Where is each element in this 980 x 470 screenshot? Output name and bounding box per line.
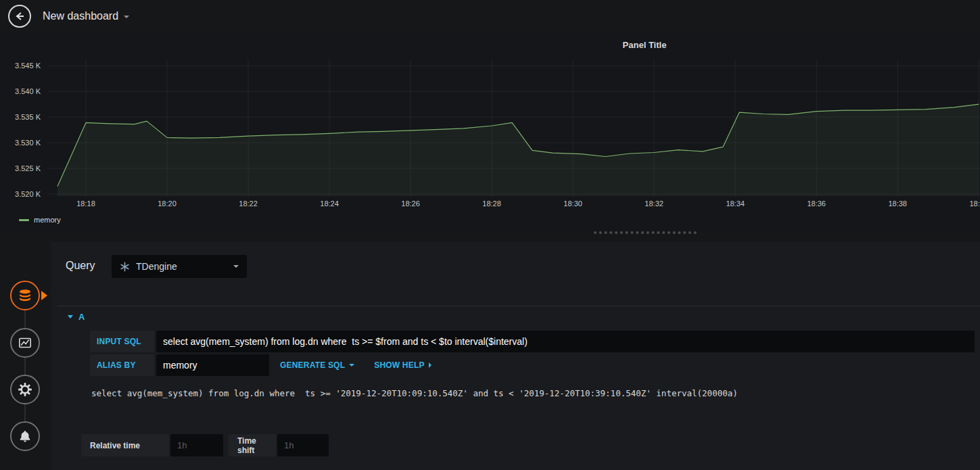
graph-panel: Panel Title 18:1818:2018:2218:2418:2618:… — [0, 32, 980, 231]
bell-icon — [18, 429, 32, 443]
svg-text:18:18: 18:18 — [76, 199, 95, 208]
svg-text:18:28: 18:28 — [482, 199, 501, 208]
alias-by-label: ALIAS BY — [90, 354, 154, 376]
database-icon — [18, 288, 32, 303]
chevron-right-icon — [429, 362, 431, 368]
input-sql-row: INPUT SQL — [90, 331, 975, 352]
sidebar-tab-queries[interactable] — [10, 281, 40, 310]
generated-sql-preview: select avg(mem_system) from log.dn where… — [91, 388, 966, 398]
relative-time-field[interactable] — [170, 434, 223, 456]
show-help-button[interactable]: SHOW HELP — [365, 354, 440, 376]
datasource-name: TDengine — [136, 261, 177, 272]
panel-resize-handle[interactable] — [594, 231, 697, 234]
time-shift-label: Time shift — [229, 434, 276, 456]
show-help-label: SHOW HELP — [374, 360, 424, 370]
svg-text:18:22: 18:22 — [239, 199, 258, 208]
svg-text:3.520 K: 3.520 K — [15, 190, 41, 198]
svg-text:18:24: 18:24 — [320, 199, 339, 208]
dashboard-title-dropdown[interactable]: New dashboard — [43, 10, 129, 22]
input-sql-label: INPUT SQL — [90, 331, 154, 352]
sidebar-tab-general[interactable] — [10, 375, 40, 404]
svg-text:18:26: 18:26 — [401, 199, 420, 208]
chevron-down-icon — [124, 16, 129, 18]
query-row-collapse-toggle[interactable]: A — [68, 312, 85, 322]
active-tab-arrow-icon — [41, 291, 47, 300]
svg-text:3.545 K: 3.545 K — [15, 62, 41, 70]
svg-text:18:40: 18:40 — [969, 199, 980, 208]
generate-sql-button[interactable]: GENERATE SQL — [271, 354, 363, 376]
tdengine-logo-icon — [120, 262, 130, 272]
generate-sql-label: GENERATE SQL — [280, 360, 345, 370]
chart-legend[interactable]: memory — [19, 216, 61, 224]
sidebar-tab-visualization[interactable] — [10, 328, 40, 358]
back-button[interactable] — [8, 5, 31, 28]
chart-icon — [18, 335, 32, 350]
chevron-down-icon — [233, 265, 239, 268]
time-shift-field[interactable] — [277, 434, 329, 456]
dashboard-title: New dashboard — [43, 10, 118, 22]
svg-text:18:20: 18:20 — [158, 199, 177, 208]
svg-text:18:38: 18:38 — [888, 199, 907, 208]
time-options-row: Relative time Time shift — [81, 434, 329, 456]
query-editor: Query TDengine A INPUT SQL ALIAS BY GENE… — [51, 242, 980, 470]
sidebar-tab-alert[interactable] — [10, 421, 40, 451]
alias-by-row: ALIAS BY GENERATE SQL SHOW HELP — [90, 354, 975, 376]
gear-icon — [18, 382, 32, 397]
arrow-left-icon — [14, 10, 26, 22]
datasource-select[interactable]: TDengine — [112, 255, 247, 278]
input-sql-field[interactable] — [156, 331, 975, 352]
section-divider — [57, 306, 980, 306]
legend-series-label[interactable]: memory — [34, 216, 61, 224]
svg-text:3.540 K: 3.540 K — [15, 87, 41, 95]
query-section-title: Query — [66, 260, 95, 272]
chevron-down-icon — [68, 315, 73, 319]
svg-text:18:34: 18:34 — [726, 199, 745, 208]
query-ref-id: A — [78, 312, 85, 322]
svg-text:18:36: 18:36 — [807, 199, 826, 208]
navbar: New dashboard — [0, 0, 980, 32]
svg-text:3.525 K: 3.525 K — [15, 164, 41, 172]
time-series-chart[interactable]: 18:1818:2018:2218:2418:2618:2818:3018:32… — [0, 32, 980, 231]
svg-text:3.530 K: 3.530 K — [15, 139, 41, 147]
chevron-down-icon — [349, 364, 354, 367]
alias-by-field[interactable] — [156, 354, 269, 376]
editor-tab-bar — [0, 243, 51, 470]
tab-connector-line — [24, 296, 26, 438]
legend-series-swatch — [19, 219, 29, 221]
svg-text:18:30: 18:30 — [563, 199, 582, 208]
svg-text:18:32: 18:32 — [645, 199, 663, 208]
relative-time-label: Relative time — [81, 434, 169, 456]
svg-text:3.535 K: 3.535 K — [15, 113, 41, 121]
